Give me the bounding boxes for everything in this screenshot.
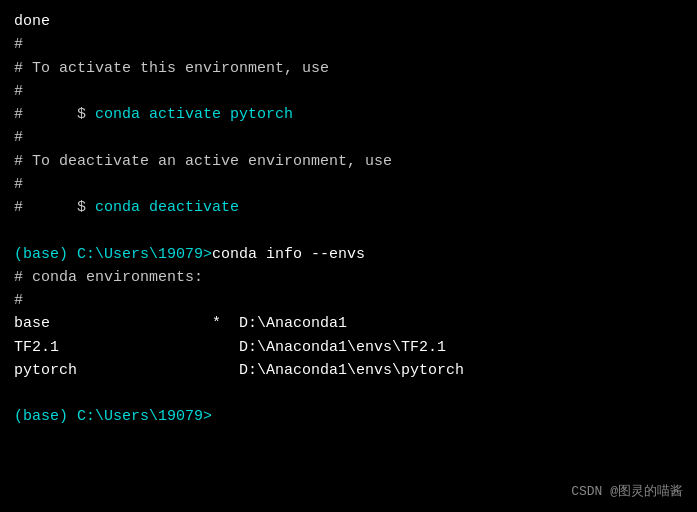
line-prompt1: (base) C:\Users\19079>conda info --envs <box>14 243 683 266</box>
watermark: CSDN @图灵的喵酱 <box>571 482 683 502</box>
blank1 <box>14 219 683 242</box>
line-activate-cmd: # $ conda activate pytorch <box>14 103 683 126</box>
line-done: done <box>14 10 683 33</box>
line-deactivate-cmd: # $ conda deactivate <box>14 196 683 219</box>
line-tf2-env: TF2.1 D:\Anaconda1\envs\TF2.1 <box>14 336 683 359</box>
blank2 <box>14 382 683 405</box>
line-hash3: # <box>14 126 683 149</box>
line-hash5: # <box>14 289 683 312</box>
line-hash2: # <box>14 80 683 103</box>
terminal: done # # To activate this environment, u… <box>0 0 697 512</box>
line-envs-header: # conda environments: <box>14 266 683 289</box>
line-hash1: # <box>14 33 683 56</box>
line-hash4: # <box>14 173 683 196</box>
line-activate-comment: # To activate this environment, use <box>14 57 683 80</box>
line-prompt2: (base) C:\Users\19079> <box>14 405 683 428</box>
line-pytorch-env: pytorch D:\Anaconda1\envs\pytorch <box>14 359 683 382</box>
line-base-env: base * D:\Anaconda1 <box>14 312 683 335</box>
line-deactivate-comment: # To deactivate an active environment, u… <box>14 150 683 173</box>
